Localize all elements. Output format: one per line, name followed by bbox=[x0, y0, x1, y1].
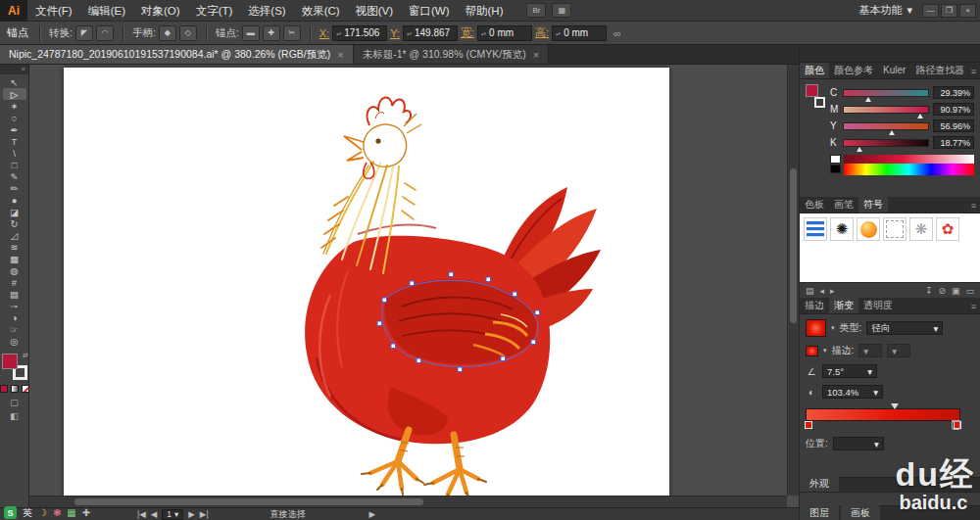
tab-gradient-0[interactable]: 描边 bbox=[800, 298, 829, 313]
color-mode-icon[interactable] bbox=[0, 385, 8, 393]
tab-color-1[interactable]: 颜色参考 bbox=[829, 63, 878, 78]
spinner-icon[interactable]: ▴▾ bbox=[556, 31, 561, 35]
ime-paw-icon[interactable]: ❃ bbox=[53, 506, 61, 519]
width-field[interactable]: ▴▾0 mm bbox=[477, 25, 532, 41]
next-page-icon[interactable]: ▸ bbox=[830, 286, 835, 296]
prev-artboard-icon[interactable]: ◀ bbox=[151, 509, 158, 519]
prev-page-icon[interactable]: ◂ bbox=[820, 286, 825, 296]
channel-value-c[interactable]: 29.39% bbox=[933, 86, 974, 99]
line-segment-tool[interactable]: \ bbox=[3, 147, 26, 159]
gradient-midpoint-icon[interactable] bbox=[891, 403, 899, 409]
spinner-icon[interactable]: ▴▾ bbox=[336, 31, 341, 35]
panel-menu-icon[interactable]: ≡ bbox=[971, 67, 980, 78]
add-anchor-icon[interactable]: ✚ bbox=[263, 25, 280, 41]
y-field[interactable]: ▴▾149.867 bbox=[403, 25, 458, 41]
spinner-icon[interactable]: ▴▾ bbox=[407, 31, 412, 35]
vertical-scroll-thumb[interactable] bbox=[790, 168, 797, 323]
selection-tool[interactable]: ↖ bbox=[3, 76, 26, 88]
chevron-down-icon[interactable]: ▾ bbox=[823, 347, 827, 355]
tab-gradient-2[interactable]: 透明度 bbox=[858, 298, 898, 313]
symbol-red-flower[interactable]: ✿ bbox=[936, 217, 959, 241]
gradient-mode-icon[interactable] bbox=[11, 385, 19, 393]
first-artboard-icon[interactable]: |◀ bbox=[137, 509, 146, 519]
delete-symbol-icon[interactable]: ▭ bbox=[965, 286, 974, 296]
show-handles-icon[interactable]: ◆ bbox=[159, 25, 176, 41]
collapse-tools-icon[interactable]: « bbox=[0, 65, 28, 74]
hand-tool[interactable]: ☞ bbox=[3, 323, 26, 335]
free-transform-tool[interactable]: ▦ bbox=[3, 253, 26, 264]
convert-to-smooth-icon[interactable]: ◠ bbox=[96, 25, 114, 41]
tab-appearance[interactable]: 外观 bbox=[800, 476, 839, 492]
ime-board-icon[interactable]: ▦ bbox=[67, 506, 75, 519]
rectangle-tool[interactable]: □ bbox=[3, 159, 26, 170]
workspace-switcher[interactable]: 基本功能 ▾ bbox=[849, 3, 922, 18]
lasso-tool[interactable]: ○ bbox=[3, 112, 26, 123]
height-field[interactable]: ▴▾0 mm bbox=[552, 25, 607, 41]
tab-close-icon[interactable]: × bbox=[337, 49, 343, 61]
gradient-fill-proxy[interactable] bbox=[806, 346, 818, 356]
ime-moon-icon[interactable]: ☽ bbox=[38, 506, 47, 519]
bridge-icon[interactable]: Br bbox=[526, 3, 546, 18]
tab-swatch-0[interactable]: 色板 bbox=[800, 197, 829, 213]
red-ramp-bar[interactable] bbox=[844, 155, 974, 164]
panel-menu-icon[interactable]: ≡ bbox=[971, 201, 980, 213]
slider-thumb-icon[interactable] bbox=[917, 114, 923, 118]
direct-selection-tool[interactable]: ▷ bbox=[3, 88, 26, 100]
screen-mode-icon[interactable]: ◧ bbox=[10, 411, 19, 421]
channel-value-k[interactable]: 18.77% bbox=[933, 136, 974, 149]
blob-brush-tool[interactable]: ● bbox=[3, 194, 26, 206]
menu-item-0[interactable]: 文件(F) bbox=[27, 0, 80, 22]
canvas-area[interactable] bbox=[29, 65, 799, 507]
tab-gradient-1[interactable]: 渐变 bbox=[829, 298, 858, 313]
fill-swatch[interactable] bbox=[2, 354, 18, 369]
rotate-tool[interactable]: ↻ bbox=[3, 217, 26, 229]
shape-builder-tool[interactable]: ◍ bbox=[3, 264, 26, 276]
slider-thumb-icon[interactable] bbox=[865, 97, 871, 102]
document-tab[interactable]: 未标题-1* @ 310.98% (CMYK/预览)× bbox=[354, 45, 549, 64]
channel-slider-c[interactable] bbox=[843, 89, 929, 97]
white-swatch[interactable] bbox=[830, 155, 841, 164]
eraser-tool[interactable]: ◪ bbox=[3, 206, 26, 217]
gradient-aspect-select[interactable]: 103.4% ▾ bbox=[822, 385, 883, 399]
spinner-icon[interactable]: ▴▾ bbox=[481, 31, 486, 35]
menu-item-7[interactable]: 窗口(W) bbox=[401, 0, 458, 22]
slider-thumb-icon[interactable] bbox=[857, 147, 862, 152]
symbol-orange-orb[interactable] bbox=[857, 217, 880, 241]
magic-wand-tool[interactable]: ✶ bbox=[3, 100, 26, 112]
place-symbol-icon[interactable]: ↧ bbox=[925, 286, 933, 296]
gradient-menu-icon[interactable]: ▾ bbox=[831, 324, 835, 332]
menu-item-5[interactable]: 效果(C) bbox=[294, 0, 348, 22]
restore-button[interactable]: ❐ bbox=[941, 4, 957, 18]
new-symbol-icon[interactable]: ▣ bbox=[952, 286, 960, 296]
last-artboard-icon[interactable]: ▶| bbox=[200, 509, 209, 519]
arrange-documents-icon[interactable]: ▦ bbox=[552, 3, 571, 18]
panel-menu-icon[interactable]: ≡ bbox=[971, 302, 980, 313]
vertical-scrollbar[interactable] bbox=[787, 65, 799, 496]
slider-thumb-icon[interactable] bbox=[889, 130, 895, 135]
status-menu-icon[interactable]: ▶ bbox=[369, 509, 376, 519]
ime-logo-icon[interactable]: S bbox=[4, 506, 17, 519]
blend-tool[interactable]: ◑ bbox=[3, 311, 26, 323]
paintbrush-tool[interactable]: ✎ bbox=[3, 170, 26, 182]
delete-stop-icon[interactable] bbox=[952, 420, 960, 430]
menu-item-8[interactable]: 帮助(H) bbox=[458, 0, 512, 22]
stroke-option-2[interactable]: ▾ bbox=[887, 344, 910, 357]
menu-item-2[interactable]: 对象(O) bbox=[133, 0, 188, 22]
zoom-tool[interactable]: ◎ bbox=[3, 335, 26, 347]
symbol-libraries-icon[interactable]: ▤ bbox=[806, 286, 814, 296]
tab-swatch-2[interactable]: 符号 bbox=[858, 197, 888, 213]
tab-swatch-1[interactable]: 画笔 bbox=[829, 197, 858, 213]
break-link-icon[interactable]: ⊘ bbox=[938, 286, 946, 296]
close-button[interactable]: × bbox=[959, 4, 976, 18]
channel-slider-k[interactable] bbox=[843, 139, 929, 147]
channel-value-m[interactable]: 90.97% bbox=[933, 103, 974, 116]
menu-item-3[interactable]: 文字(T) bbox=[188, 0, 241, 22]
pen-tool[interactable]: ✒ bbox=[3, 123, 26, 135]
gradient-stop-left[interactable] bbox=[805, 421, 812, 429]
pencil-tool[interactable]: ✏ bbox=[3, 182, 26, 194]
stroke-proxy-swatch[interactable] bbox=[814, 97, 825, 108]
x-field[interactable]: ▴▾171.506 bbox=[332, 25, 387, 41]
symbol-empty-dashed[interactable] bbox=[883, 217, 906, 241]
artboard[interactable] bbox=[64, 68, 669, 506]
fill-proxy-swatch[interactable] bbox=[806, 84, 818, 97]
